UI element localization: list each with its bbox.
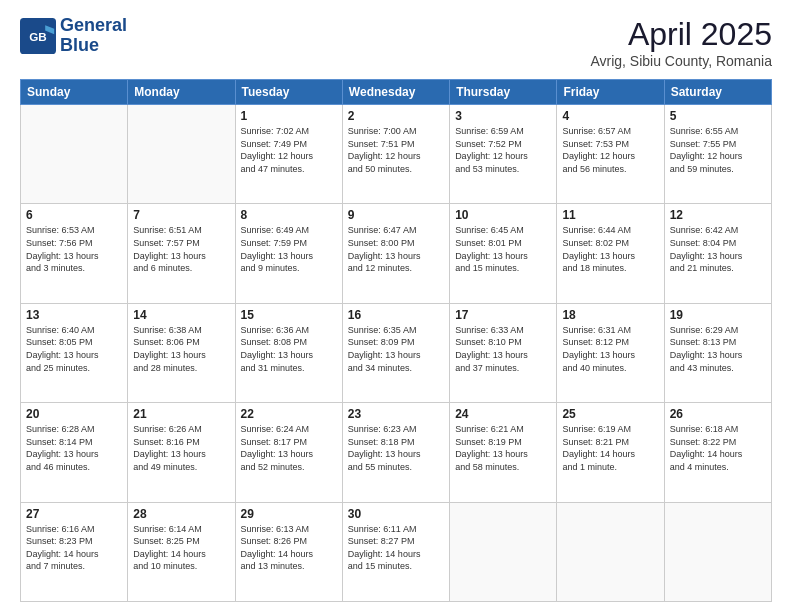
day-info: Sunrise: 6:19 AM Sunset: 8:21 PM Dayligh… (562, 423, 658, 473)
calendar-cell: 19Sunrise: 6:29 AM Sunset: 8:13 PM Dayli… (664, 303, 771, 402)
day-number: 23 (348, 407, 444, 421)
day-info: Sunrise: 6:38 AM Sunset: 8:06 PM Dayligh… (133, 324, 229, 374)
calendar-cell: 12Sunrise: 6:42 AM Sunset: 8:04 PM Dayli… (664, 204, 771, 303)
day-number: 13 (26, 308, 122, 322)
calendar-cell: 15Sunrise: 6:36 AM Sunset: 8:08 PM Dayli… (235, 303, 342, 402)
day-info: Sunrise: 6:44 AM Sunset: 8:02 PM Dayligh… (562, 224, 658, 274)
day-info: Sunrise: 6:24 AM Sunset: 8:17 PM Dayligh… (241, 423, 337, 473)
day-header-tuesday: Tuesday (235, 80, 342, 105)
calendar-cell (21, 105, 128, 204)
day-header-wednesday: Wednesday (342, 80, 449, 105)
day-number: 18 (562, 308, 658, 322)
calendar-cell: 8Sunrise: 6:49 AM Sunset: 7:59 PM Daylig… (235, 204, 342, 303)
calendar-cell: 25Sunrise: 6:19 AM Sunset: 8:21 PM Dayli… (557, 403, 664, 502)
calendar-cell: 23Sunrise: 6:23 AM Sunset: 8:18 PM Dayli… (342, 403, 449, 502)
calendar-cell: 14Sunrise: 6:38 AM Sunset: 8:06 PM Dayli… (128, 303, 235, 402)
calendar-title: April 2025 (590, 16, 772, 53)
calendar-cell (450, 502, 557, 601)
day-header-monday: Monday (128, 80, 235, 105)
day-info: Sunrise: 7:00 AM Sunset: 7:51 PM Dayligh… (348, 125, 444, 175)
day-header-saturday: Saturday (664, 80, 771, 105)
logo-text: General Blue (60, 16, 127, 56)
calendar-week-4: 27Sunrise: 6:16 AM Sunset: 8:23 PM Dayli… (21, 502, 772, 601)
header: GB General Blue April 2025 Avrig, Sibiu … (20, 16, 772, 69)
day-number: 11 (562, 208, 658, 222)
day-number: 14 (133, 308, 229, 322)
logo: GB General Blue (20, 16, 127, 56)
calendar-cell: 1Sunrise: 7:02 AM Sunset: 7:49 PM Daylig… (235, 105, 342, 204)
day-number: 21 (133, 407, 229, 421)
calendar-week-0: 1Sunrise: 7:02 AM Sunset: 7:49 PM Daylig… (21, 105, 772, 204)
day-number: 6 (26, 208, 122, 222)
calendar-cell: 3Sunrise: 6:59 AM Sunset: 7:52 PM Daylig… (450, 105, 557, 204)
calendar-cell: 6Sunrise: 6:53 AM Sunset: 7:56 PM Daylig… (21, 204, 128, 303)
day-number: 8 (241, 208, 337, 222)
day-info: Sunrise: 6:55 AM Sunset: 7:55 PM Dayligh… (670, 125, 766, 175)
day-info: Sunrise: 6:51 AM Sunset: 7:57 PM Dayligh… (133, 224, 229, 274)
day-info: Sunrise: 6:40 AM Sunset: 8:05 PM Dayligh… (26, 324, 122, 374)
calendar-cell: 21Sunrise: 6:26 AM Sunset: 8:16 PM Dayli… (128, 403, 235, 502)
logo-line1: General (60, 16, 127, 36)
svg-text:GB: GB (29, 30, 47, 43)
calendar-cell (557, 502, 664, 601)
title-block: April 2025 Avrig, Sibiu County, Romania (590, 16, 772, 69)
day-number: 28 (133, 507, 229, 521)
day-info: Sunrise: 6:26 AM Sunset: 8:16 PM Dayligh… (133, 423, 229, 473)
day-info: Sunrise: 6:47 AM Sunset: 8:00 PM Dayligh… (348, 224, 444, 274)
page: GB General Blue April 2025 Avrig, Sibiu … (0, 0, 792, 612)
day-header-row: SundayMondayTuesdayWednesdayThursdayFrid… (21, 80, 772, 105)
day-info: Sunrise: 6:33 AM Sunset: 8:10 PM Dayligh… (455, 324, 551, 374)
day-number: 5 (670, 109, 766, 123)
day-number: 22 (241, 407, 337, 421)
calendar-cell: 16Sunrise: 6:35 AM Sunset: 8:09 PM Dayli… (342, 303, 449, 402)
day-info: Sunrise: 6:35 AM Sunset: 8:09 PM Dayligh… (348, 324, 444, 374)
calendar-cell: 4Sunrise: 6:57 AM Sunset: 7:53 PM Daylig… (557, 105, 664, 204)
calendar-cell: 9Sunrise: 6:47 AM Sunset: 8:00 PM Daylig… (342, 204, 449, 303)
calendar-week-1: 6Sunrise: 6:53 AM Sunset: 7:56 PM Daylig… (21, 204, 772, 303)
day-info: Sunrise: 6:42 AM Sunset: 8:04 PM Dayligh… (670, 224, 766, 274)
day-info: Sunrise: 6:31 AM Sunset: 8:12 PM Dayligh… (562, 324, 658, 374)
calendar-cell: 2Sunrise: 7:00 AM Sunset: 7:51 PM Daylig… (342, 105, 449, 204)
day-number: 26 (670, 407, 766, 421)
day-info: Sunrise: 6:16 AM Sunset: 8:23 PM Dayligh… (26, 523, 122, 573)
day-number: 1 (241, 109, 337, 123)
calendar-cell: 30Sunrise: 6:11 AM Sunset: 8:27 PM Dayli… (342, 502, 449, 601)
day-header-friday: Friday (557, 80, 664, 105)
calendar-week-3: 20Sunrise: 6:28 AM Sunset: 8:14 PM Dayli… (21, 403, 772, 502)
day-number: 12 (670, 208, 766, 222)
calendar-cell: 22Sunrise: 6:24 AM Sunset: 8:17 PM Dayli… (235, 403, 342, 502)
day-info: Sunrise: 6:28 AM Sunset: 8:14 PM Dayligh… (26, 423, 122, 473)
day-info: Sunrise: 6:14 AM Sunset: 8:25 PM Dayligh… (133, 523, 229, 573)
day-info: Sunrise: 6:11 AM Sunset: 8:27 PM Dayligh… (348, 523, 444, 573)
calendar-cell: 29Sunrise: 6:13 AM Sunset: 8:26 PM Dayli… (235, 502, 342, 601)
day-number: 20 (26, 407, 122, 421)
day-number: 29 (241, 507, 337, 521)
calendar-cell: 24Sunrise: 6:21 AM Sunset: 8:19 PM Dayli… (450, 403, 557, 502)
day-info: Sunrise: 6:13 AM Sunset: 8:26 PM Dayligh… (241, 523, 337, 573)
day-info: Sunrise: 6:18 AM Sunset: 8:22 PM Dayligh… (670, 423, 766, 473)
day-info: Sunrise: 6:45 AM Sunset: 8:01 PM Dayligh… (455, 224, 551, 274)
calendar-cell: 17Sunrise: 6:33 AM Sunset: 8:10 PM Dayli… (450, 303, 557, 402)
calendar-cell: 26Sunrise: 6:18 AM Sunset: 8:22 PM Dayli… (664, 403, 771, 502)
calendar-cell: 11Sunrise: 6:44 AM Sunset: 8:02 PM Dayli… (557, 204, 664, 303)
logo-line2: Blue (60, 36, 127, 56)
calendar-cell: 5Sunrise: 6:55 AM Sunset: 7:55 PM Daylig… (664, 105, 771, 204)
day-header-sunday: Sunday (21, 80, 128, 105)
calendar-header: SundayMondayTuesdayWednesdayThursdayFrid… (21, 80, 772, 105)
calendar-body: 1Sunrise: 7:02 AM Sunset: 7:49 PM Daylig… (21, 105, 772, 602)
calendar-cell: 28Sunrise: 6:14 AM Sunset: 8:25 PM Dayli… (128, 502, 235, 601)
calendar-table: SundayMondayTuesdayWednesdayThursdayFrid… (20, 79, 772, 602)
day-info: Sunrise: 6:29 AM Sunset: 8:13 PM Dayligh… (670, 324, 766, 374)
day-number: 16 (348, 308, 444, 322)
day-info: Sunrise: 6:53 AM Sunset: 7:56 PM Dayligh… (26, 224, 122, 274)
day-info: Sunrise: 6:36 AM Sunset: 8:08 PM Dayligh… (241, 324, 337, 374)
calendar-cell: 7Sunrise: 6:51 AM Sunset: 7:57 PM Daylig… (128, 204, 235, 303)
day-number: 19 (670, 308, 766, 322)
day-number: 25 (562, 407, 658, 421)
day-number: 24 (455, 407, 551, 421)
calendar-subtitle: Avrig, Sibiu County, Romania (590, 53, 772, 69)
calendar-week-2: 13Sunrise: 6:40 AM Sunset: 8:05 PM Dayli… (21, 303, 772, 402)
day-info: Sunrise: 7:02 AM Sunset: 7:49 PM Dayligh… (241, 125, 337, 175)
calendar-cell: 18Sunrise: 6:31 AM Sunset: 8:12 PM Dayli… (557, 303, 664, 402)
day-info: Sunrise: 6:23 AM Sunset: 8:18 PM Dayligh… (348, 423, 444, 473)
